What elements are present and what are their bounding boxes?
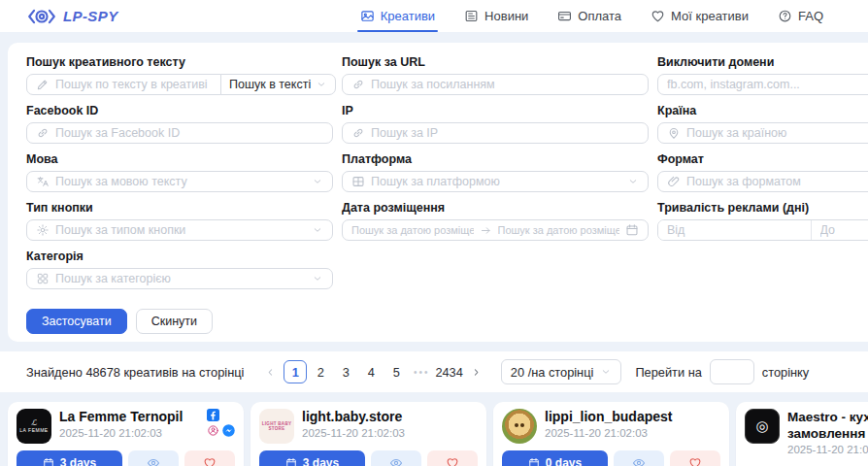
nav-item-my-creatives[interactable]: Мої креативи [651, 0, 749, 32]
duration-from-input[interactable] [658, 220, 811, 240]
category-label: Категорія [26, 250, 333, 264]
page-button-1[interactable]: 1 [284, 360, 307, 383]
audience-network-icon [207, 424, 219, 437]
prev-page-button[interactable] [258, 360, 282, 383]
view-button[interactable] [371, 450, 421, 466]
page-button-5[interactable]: 5 [384, 360, 408, 383]
days-active-button[interactable]: 0 days [502, 450, 608, 466]
nav-item-news[interactable]: Новини [464, 0, 528, 32]
nav-label: Новини [484, 9, 528, 23]
next-page-button[interactable] [465, 360, 488, 383]
view-button[interactable] [614, 450, 664, 466]
calendar-icon [43, 457, 54, 466]
view-button[interactable] [128, 450, 179, 466]
page-button-2[interactable]: 2 [309, 360, 332, 383]
advertiser-avatar: ℒ LA FEMME [17, 409, 51, 444]
nav-item-faq[interactable]: FAQ [778, 0, 823, 32]
eye-icon [147, 456, 160, 466]
creative-text-field: Пошук креативного тексту Пошук в тексті [26, 55, 333, 95]
category-placeholder: Пошук за категорією [55, 272, 306, 285]
pencil-icon [36, 78, 50, 91]
window-grid-icon [351, 175, 365, 188]
placement-date-to-input[interactable] [498, 224, 620, 236]
goto-page-input[interactable] [710, 359, 754, 384]
calendar-icon [528, 457, 540, 466]
messenger-icon [222, 424, 235, 437]
duration-label: Тривалість реклами (дні) [657, 201, 868, 216]
advertiser-name: lippi_lion_budapest [545, 409, 687, 425]
instagram-icon [695, 409, 720, 434]
days-active-button[interactable]: 3 days [259, 450, 365, 466]
apply-button[interactable]: Застосувати [26, 309, 127, 334]
platform-select[interactable]: Пошук за платформою [342, 171, 649, 192]
brand-logo[interactable]: LP-SPY [27, 7, 118, 26]
instagram-icon [452, 409, 478, 434]
pagination-ellipsis[interactable]: ••• [410, 360, 433, 383]
link-icon [351, 78, 365, 91]
platform-icons [695, 409, 720, 438]
duration-field: Тривалість реклами (дні) [657, 201, 868, 241]
results-bar: Знайдено 48678 креативів на сторінці 1 2… [0, 351, 868, 392]
language-field: Мова Пошук за мовою тексту [26, 152, 333, 192]
page-button-3[interactable]: 3 [334, 360, 357, 383]
reset-button[interactable]: Скинути [136, 309, 213, 334]
facebook-id-field: Facebook ID [26, 104, 333, 144]
text-search-mode-select[interactable]: Пошук в тексті [220, 74, 336, 95]
exclude-domains-label: Виключити домени [657, 55, 868, 70]
duration-range [657, 219, 868, 241]
language-placeholder: Пошук за мовою тексту [55, 175, 306, 188]
nav-label: FAQ [798, 9, 823, 23]
favorite-button[interactable] [427, 450, 478, 466]
page-button-last[interactable]: 2434 [435, 360, 462, 383]
question-icon [778, 9, 792, 23]
calendar-icon [625, 223, 639, 237]
creative-text-input-wrap [26, 74, 221, 95]
creative-card[interactable]: ◎ Maestro - кухні, меблі на замовлення в… [736, 402, 868, 466]
country-label: Країна [657, 104, 868, 118]
ip-input[interactable] [371, 126, 639, 140]
calendar-icon [285, 457, 297, 466]
eye-logo-icon [27, 7, 56, 26]
language-select[interactable]: Пошук за мовою тексту [26, 171, 333, 192]
placement-date-field: Дата розміщення [342, 201, 649, 241]
country-input[interactable] [686, 126, 868, 140]
creative-card[interactable]: ℒ LA FEMME La Femme Ternopil 2025-11-20 … [8, 402, 244, 466]
creative-text-label: Пошук креативного тексту [26, 55, 333, 70]
top-bar: LP-SPY Креативи Новини Оплата Мої креати… [0, 0, 868, 32]
duration-to-input[interactable] [812, 220, 868, 240]
creative-card[interactable]: LIGHT BABY STORE light.baby.store 2025-1… [250, 402, 486, 466]
nav-label: Мої креативи [671, 9, 749, 23]
button-type-label: Тип кнопки [26, 201, 333, 216]
heart-icon [203, 456, 217, 466]
paperclip-icon [667, 175, 681, 188]
image-icon [360, 9, 375, 23]
creative-cards-row: ℒ LA FEMME La Femme Ternopil 2025-11-20 … [8, 402, 868, 466]
creative-date: 2025-11-20 21:02:03 [545, 427, 687, 439]
instagram-icon [222, 409, 235, 421]
days-active-button[interactable]: 3 days [17, 450, 122, 466]
button-type-select[interactable]: Пошук за типом кнопки [26, 219, 333, 241]
advertiser-avatar [502, 409, 537, 444]
format-input[interactable] [686, 175, 868, 188]
placement-date-from-input[interactable] [351, 224, 474, 236]
button-type-field: Тип кнопки Пошук за типом кнопки [26, 201, 333, 241]
placement-date-range-picker[interactable] [342, 219, 649, 241]
nav-item-creatives[interactable]: Креативи [360, 0, 435, 32]
page-size-select[interactable]: 20 /на сторінці [501, 359, 622, 384]
exclude-domains-input[interactable] [667, 78, 868, 91]
page-size-value: 20 /на сторінці [511, 365, 594, 380]
creative-text-input[interactable] [55, 78, 212, 91]
category-select[interactable]: Пошук за категорією [26, 268, 333, 289]
facebook-id-input[interactable] [55, 126, 323, 140]
favorite-button[interactable] [184, 450, 235, 466]
facebook-icon [207, 409, 219, 421]
creative-date: 2025-11-20 21:02:03 [302, 427, 445, 439]
creative-card[interactable]: lippi_lion_budapest 2025-11-20 21:02:03 … [493, 402, 729, 466]
favorite-button[interactable] [670, 450, 720, 466]
page-button-4[interactable]: 4 [359, 360, 383, 383]
main-nav: Креативи Новини Оплата Мої креативи FAQ [360, 0, 823, 32]
goto-page: Перейти на сторінку [635, 359, 809, 384]
url-input[interactable] [371, 78, 639, 91]
chevron-down-icon [312, 176, 323, 187]
nav-item-payment[interactable]: Оплата [557, 0, 621, 32]
